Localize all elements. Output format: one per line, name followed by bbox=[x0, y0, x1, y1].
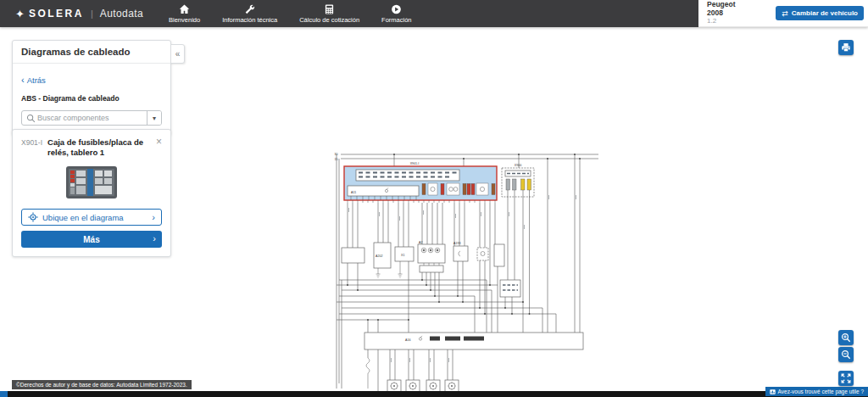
close-icon[interactable]: × bbox=[156, 137, 162, 146]
a193-label: A193 bbox=[453, 242, 460, 245]
chevron-down-icon: ▾ bbox=[153, 115, 156, 122]
component-search-combobox: ▾ bbox=[21, 110, 162, 126]
wiring-diagram-canvas[interactable]: 30 15 X901-I A11 X900 bbox=[334, 144, 605, 392]
fusebox-fuses bbox=[422, 183, 495, 195]
brand-divider: | bbox=[91, 8, 93, 19]
search-icon bbox=[22, 114, 37, 123]
feedback-button[interactable]: Avez-vous trouvé cette page utile ? bbox=[765, 387, 868, 396]
main-nav: Bienvenido Información técnica Cálculo d… bbox=[169, 4, 411, 24]
back-chevron-icon: ‹ bbox=[21, 75, 25, 85]
home-icon bbox=[179, 4, 190, 14]
locate-target-icon bbox=[28, 212, 38, 222]
vehicle-info: Peugeot 2008 1.2 bbox=[698, 1, 736, 25]
component-box bbox=[342, 248, 364, 263]
vehicle-context-bar: Peugeot 2008 1.2 ⇄ Cambiar de vehículo bbox=[698, 0, 868, 27]
brand-autodata: Autodata bbox=[100, 8, 143, 20]
module-label: A16 bbox=[405, 338, 410, 342]
x900-label: X900 bbox=[515, 164, 521, 167]
back-label: Atrás bbox=[27, 75, 46, 85]
component-box-a193 bbox=[453, 246, 468, 261]
zoom-in-button[interactable] bbox=[838, 330, 854, 345]
component-detail-card: X901-I Caja de fusibles/placa de relés, … bbox=[12, 129, 171, 257]
a202-label: A202 bbox=[376, 254, 382, 258]
print-button[interactable] bbox=[838, 40, 854, 55]
fusebox-label: X901-I bbox=[410, 162, 420, 165]
locate-in-diagram-button[interactable]: Ubique en el diagrama › bbox=[21, 209, 162, 226]
component-box-a2 bbox=[418, 244, 445, 263]
twisted-pair-symbol bbox=[366, 358, 370, 389]
search-input[interactable] bbox=[37, 114, 147, 122]
nav-label: Información técnica bbox=[222, 16, 277, 24]
component-feed-wires bbox=[348, 203, 495, 285]
a2-connector-strip bbox=[420, 266, 443, 272]
nav-item-formacion[interactable]: Formación bbox=[381, 4, 411, 24]
play-icon bbox=[391, 4, 402, 14]
module-text-blocks bbox=[430, 337, 484, 341]
nav-item-bienvenido[interactable]: Bienvenido bbox=[169, 4, 200, 24]
fullscreen-button[interactable] bbox=[838, 371, 854, 386]
chevron-right-icon: › bbox=[153, 233, 156, 243]
more-label: Más bbox=[83, 235, 99, 244]
chevron-right-icon: › bbox=[152, 212, 155, 222]
a11-label: A11 bbox=[351, 191, 356, 194]
component-code: X901-I bbox=[21, 138, 42, 147]
calculator-icon bbox=[325, 4, 334, 14]
nav-item-calculo-de-cotizacion[interactable]: Cálculo de cotización bbox=[299, 4, 359, 24]
vehicle-model: 2008 bbox=[707, 9, 736, 18]
wheel-speed-sensors bbox=[387, 380, 459, 392]
a2-strip-stubs bbox=[424, 263, 439, 266]
change-vehicle-button[interactable]: ⇄ Cambiar de vehículo bbox=[776, 6, 864, 20]
wiring-diagrams-panel: Diagramas de cableado « ‹ Atrás ABS - Di… bbox=[12, 40, 171, 136]
print-icon bbox=[841, 42, 851, 53]
nav-label: Bienvenido bbox=[169, 16, 200, 24]
nav-item-informacion-tecnica[interactable]: Información técnica bbox=[222, 4, 277, 24]
component-box-tall bbox=[494, 244, 504, 266]
component-box-relay bbox=[500, 280, 520, 297]
solera-star-icon: ✦ bbox=[15, 8, 25, 20]
collapse-icon: « bbox=[175, 49, 181, 59]
bottom-bar-chip bbox=[0, 391, 8, 397]
locate-label: Ubique en el diagrama bbox=[42, 213, 124, 222]
feedback-chart-icon bbox=[770, 389, 776, 394]
change-vehicle-label: Cambiar de vehículo bbox=[792, 9, 858, 17]
solera-autodata-logo[interactable]: ✦ SOLERA | Autodata bbox=[0, 8, 143, 20]
a2-label: A2 bbox=[419, 241, 422, 244]
more-button[interactable]: Más › bbox=[21, 231, 162, 248]
search-dropdown-button[interactable]: ▾ bbox=[147, 111, 161, 125]
bus-15-label: 15 bbox=[335, 158, 338, 161]
vehicle-engine: 1.2 bbox=[707, 17, 736, 25]
fullscreen-icon bbox=[841, 373, 851, 383]
nav-label: Formación bbox=[381, 16, 411, 24]
abs-wiring-diagram: 30 15 X901-I A11 X900 bbox=[334, 144, 605, 392]
panel-collapse-button[interactable]: « bbox=[170, 44, 185, 64]
wrench-icon bbox=[244, 4, 255, 14]
fusebox-connector-strip bbox=[348, 186, 419, 196]
zoom-in-icon bbox=[841, 333, 851, 343]
bus-30-label: 30 bbox=[335, 153, 338, 156]
component-title: Caja de fusibles/placa de relés, tablero… bbox=[47, 137, 146, 157]
diagram-subtitle: ABS - Diagrama de cableado bbox=[21, 94, 162, 103]
feedback-label: Avez-vous trouvé cette page utile ? bbox=[778, 389, 864, 394]
panel-title: Diagramas de cableado bbox=[13, 41, 170, 64]
component-thumbnail bbox=[65, 165, 118, 200]
zoom-out-button[interactable] bbox=[838, 347, 854, 362]
nav-label: Cálculo de cotización bbox=[299, 16, 359, 24]
back-link[interactable]: ‹ Atrás bbox=[21, 75, 46, 85]
bottom-bar bbox=[0, 391, 868, 397]
component-box-dashed bbox=[477, 248, 488, 260]
fusebox-pin-list bbox=[356, 170, 459, 181]
abs-module-box bbox=[364, 333, 583, 349]
copyright-notice: ©Derechos de autor y de base de datos: A… bbox=[12, 380, 192, 389]
x1-label: X1 bbox=[401, 254, 404, 257]
brand-solera: SOLERA bbox=[29, 8, 84, 20]
zoom-out-icon bbox=[841, 349, 851, 360]
swap-arrows-icon: ⇄ bbox=[782, 9, 788, 18]
